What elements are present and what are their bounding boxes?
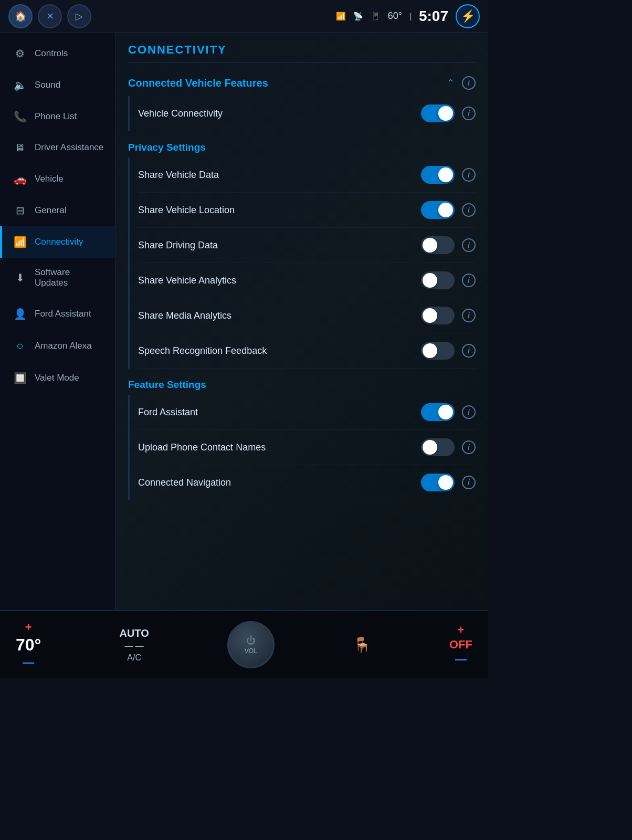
share-media-analytics-label: Share Media Analytics	[138, 310, 231, 321]
amazon-alexa-icon: ○	[13, 339, 27, 353]
temp-minus-right[interactable]: —	[455, 653, 467, 666]
wifi-icon: 📶	[336, 12, 346, 21]
toggle-track	[421, 236, 455, 254]
connected-navigation-toggle[interactable]	[421, 474, 455, 491]
ford-assistant-feature-toggle[interactable]	[421, 403, 455, 421]
profile-avatar[interactable]: ⚡	[456, 4, 480, 28]
toggle-track	[421, 474, 455, 491]
setting-row-vehicle-connectivity: Vehicle Connectivity i	[138, 96, 476, 131]
vehicle-icon: 🚗	[13, 173, 27, 185]
toggle-thumb	[438, 203, 453, 217]
phone-icon: 📱	[371, 12, 381, 21]
temp-plus-left[interactable]: +	[25, 621, 32, 634]
toggle-thumb	[438, 475, 453, 490]
speech-recognition-feedback-label: Speech Recognition Feedback	[138, 345, 267, 356]
sidebar-label-software-updates: Software Updates	[35, 267, 104, 289]
toggle-track	[421, 307, 455, 324]
upload-phone-contact-names-label: Upload Phone Contact Names	[138, 442, 266, 453]
share-vehicle-location-toggle[interactable]	[421, 201, 455, 219]
sidebar-item-controls[interactable]: ⚙ Controls	[0, 38, 115, 69]
info-icon-speech-recognition-feedback[interactable]: i	[462, 344, 476, 358]
close-button[interactable]: ✕	[38, 4, 62, 28]
nav-buttons: 🏠 ✕ ▷	[8, 4, 91, 28]
ford-assistant-icon: 👤	[13, 308, 27, 320]
temp-minus-left[interactable]: —	[23, 656, 34, 669]
setting-row-share-vehicle-data: Share Vehicle Data i	[138, 158, 476, 193]
toggle-thumb	[438, 106, 453, 121]
toggle-track	[421, 104, 455, 122]
signal-icon: 📡	[353, 12, 363, 21]
setting-row-upload-phone-contact-names: Upload Phone Contact Names i	[138, 430, 476, 465]
toggle-thumb	[423, 238, 437, 253]
sidebar-label-vehicle: Vehicle	[35, 174, 64, 184]
ford-assistant-feature-label: Ford Assistant	[138, 407, 198, 418]
share-driving-data-label: Share Driving Data	[138, 240, 218, 251]
speech-recognition-feedback-controls: i	[421, 342, 476, 360]
sidebar-label-connectivity: Connectivity	[35, 237, 83, 247]
home-button[interactable]: 🏠	[8, 4, 33, 28]
temp-plus-right[interactable]: +	[458, 623, 465, 637]
info-icon-accordion[interactable]: i	[462, 76, 476, 90]
status-bar: 🏠 ✕ ▷ 📶 📡 📱 60° | 5:07 ⚡	[0, 0, 488, 33]
share-vehicle-data-label: Share Vehicle Data	[138, 170, 219, 181]
sidebar-item-phone-list[interactable]: 📞 Phone List	[0, 101, 115, 132]
sidebar-label-general: General	[35, 205, 66, 216]
info-icon-share-media-analytics[interactable]: i	[462, 309, 476, 322]
info-icon-connected-navigation[interactable]: i	[462, 476, 476, 489]
seat-heat-icon[interactable]: 🪑	[353, 636, 371, 654]
upload-phone-contact-names-toggle[interactable]	[421, 438, 455, 456]
sidebar-item-vehicle[interactable]: 🚗 Vehicle	[0, 163, 115, 195]
share-vehicle-analytics-controls: i	[421, 271, 476, 289]
info-icon-share-vehicle-location[interactable]: i	[462, 203, 476, 217]
info-icon-ford-assistant-feature[interactable]: i	[462, 405, 476, 419]
info-icon-share-vehicle-data[interactable]: i	[462, 168, 476, 182]
share-vehicle-analytics-toggle[interactable]	[421, 271, 455, 289]
share-vehicle-analytics-label: Share Vehicle Analytics	[138, 275, 236, 286]
chevron-up-icon[interactable]: ⌃	[447, 77, 455, 89]
sidebar-label-ford-assistant: Ford Assistant	[35, 309, 91, 319]
info-icon-vehicle-connectivity[interactable]: i	[462, 107, 476, 120]
toggle-thumb	[438, 167, 453, 182]
share-vehicle-data-toggle[interactable]	[421, 166, 455, 184]
vehicle-connectivity-section: Vehicle Connectivity i	[128, 96, 476, 131]
volume-knob[interactable]: ⏻ VOL	[227, 621, 275, 668]
speech-recognition-feedback-toggle[interactable]	[421, 342, 455, 360]
ac-label-text[interactable]: A/C	[127, 653, 141, 663]
temp-control-right: + OFF —	[449, 623, 472, 666]
info-icon-upload-phone-contact-names[interactable]: i	[462, 440, 476, 454]
sidebar-item-software-updates[interactable]: ⬇ Software Updates	[0, 258, 115, 298]
feature-settings-title: Feature Settings	[128, 371, 476, 395]
toggle-track	[421, 271, 455, 289]
sidebar-item-valet-mode[interactable]: 🔲 Valet Mode	[0, 362, 115, 394]
sidebar-item-driver-assistance[interactable]: 🖥 Driver Assistance	[0, 132, 115, 163]
valet-mode-icon: 🔲	[13, 372, 27, 384]
ac-control: AUTO — — A/C	[119, 627, 149, 663]
vehicle-connectivity-toggle[interactable]	[421, 104, 455, 122]
controls-icon: ⚙	[13, 47, 27, 60]
vol-label: VOL	[245, 647, 257, 655]
share-media-analytics-toggle[interactable]	[421, 307, 455, 324]
setting-row-share-driving-data: Share Driving Data i	[138, 228, 476, 263]
toggle-thumb	[423, 273, 437, 288]
sidebar-item-connectivity[interactable]: 📶 Connectivity	[0, 226, 115, 258]
toggle-track	[421, 403, 455, 421]
share-driving-data-toggle[interactable]	[421, 236, 455, 254]
sidebar-item-ford-assistant[interactable]: 👤 Ford Assistant	[0, 298, 115, 330]
ford-assistant-feature-controls: i	[421, 403, 476, 421]
accordion-connected-vehicle[interactable]: Connected Vehicle Features ⌃ i	[128, 71, 476, 96]
info-icon-share-vehicle-analytics[interactable]: i	[462, 274, 476, 287]
section-title: CONNECTIVITY	[128, 43, 476, 62]
main-layout: ⚙ Controls 🔈 Sound 📞 Phone List 🖥 Driver…	[0, 33, 488, 610]
sidebar-item-sound[interactable]: 🔈 Sound	[0, 69, 115, 101]
media-button[interactable]: ▷	[67, 4, 91, 28]
setting-row-speech-recognition-feedback: Speech Recognition Feedback i	[138, 333, 476, 369]
sidebar-label-controls: Controls	[35, 48, 68, 59]
privacy-settings-title: Privacy Settings	[128, 133, 476, 158]
general-icon: ⊟	[13, 204, 27, 217]
driver-assistance-icon: 🖥	[13, 142, 27, 154]
privacy-settings-section: Share Vehicle Data i Share Vehicle Locat…	[128, 158, 476, 369]
sidebar-item-general[interactable]: ⊟ General	[0, 195, 115, 226]
info-icon-share-driving-data[interactable]: i	[462, 238, 476, 252]
setting-row-share-vehicle-location: Share Vehicle Location i	[138, 193, 476, 228]
sidebar-item-amazon-alexa[interactable]: ○ Amazon Alexa	[0, 330, 115, 362]
